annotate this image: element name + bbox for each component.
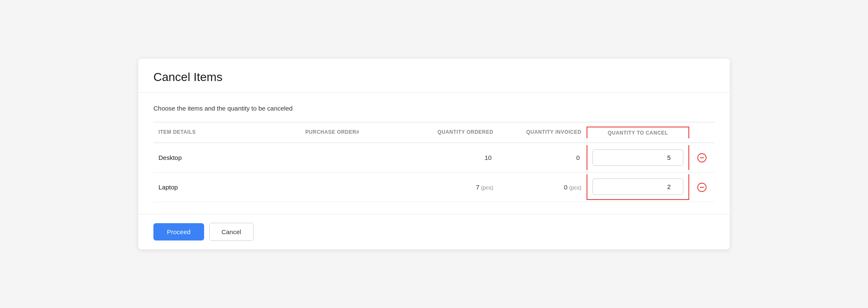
- purchase-order-laptop: [300, 181, 410, 193]
- quantity-ordered-laptop: 7(pcs): [410, 178, 498, 197]
- remove-circle-icon: [697, 153, 707, 163]
- remove-button-desktop[interactable]: [694, 150, 710, 165]
- table-row: Desktop 10 0: [153, 143, 715, 173]
- remove-cell-desktop: [689, 144, 715, 171]
- col-quantity-invoiced: QUANTITY INVOICED: [498, 127, 586, 138]
- quantity-cancel-input-desktop[interactable]: [592, 149, 683, 166]
- remove-button-laptop[interactable]: [694, 180, 710, 195]
- table-row: Laptop 7(pcs) 0(pcs): [153, 173, 715, 202]
- remove-cell-laptop: [689, 174, 715, 201]
- items-table: ITEM DETAILS PURCHASE ORDER# QUANTITY OR…: [153, 122, 715, 202]
- modal-header: Cancel Items: [138, 59, 730, 93]
- quantity-ordered-desktop: 10: [410, 148, 498, 167]
- col-action: [689, 127, 715, 138]
- quantity-invoiced-desktop: 0: [498, 148, 586, 167]
- item-name-desktop: Desktop: [153, 148, 300, 167]
- quantity-cancel-cell-laptop: [587, 174, 689, 200]
- item-name-laptop: Laptop: [153, 178, 300, 197]
- modal-body: Choose the items and the quantity to be …: [138, 93, 730, 214]
- col-quantity-ordered: QUANTITY ORDERED: [410, 127, 498, 138]
- cancel-items-modal: Cancel Items Choose the items and the qu…: [138, 59, 730, 249]
- col-quantity-to-cancel: QUANTITY TO CANCEL: [587, 127, 689, 138]
- table-header: ITEM DETAILS PURCHASE ORDER# QUANTITY OR…: [153, 122, 715, 143]
- modal-footer: Proceed Cancel: [138, 214, 730, 249]
- quantity-cancel-input-laptop[interactable]: [592, 178, 683, 195]
- quantity-cancel-cell-desktop: [587, 145, 689, 170]
- col-item-details: ITEM DETAILS: [153, 127, 300, 138]
- remove-circle-icon-laptop: [697, 182, 707, 192]
- purchase-order-desktop: [300, 152, 410, 164]
- instruction-text: Choose the items and the quantity to be …: [153, 105, 715, 112]
- proceed-button[interactable]: Proceed: [153, 223, 204, 240]
- quantity-invoiced-laptop: 0(pcs): [498, 178, 586, 197]
- modal-title: Cancel Items: [153, 70, 715, 84]
- col-purchase-order: PURCHASE ORDER#: [300, 127, 410, 138]
- cancel-button[interactable]: Cancel: [209, 223, 254, 241]
